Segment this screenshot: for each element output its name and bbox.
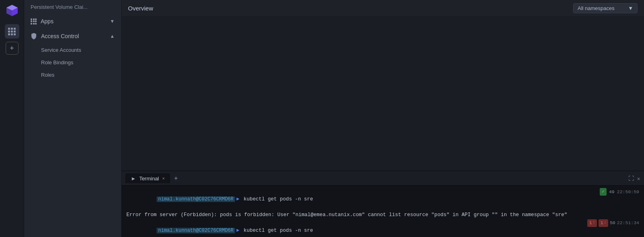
sidebar-item-apps[interactable]: Apps ▼ xyxy=(24,14,121,29)
add-cluster-button[interactable]: + xyxy=(6,42,19,55)
prompt-user-3: nimal.kunnath@C02C76CRMD6R xyxy=(157,228,235,233)
access-control-chevron-up-icon: ▲ xyxy=(110,33,115,39)
namespace-dropdown[interactable]: All namespaces ▼ xyxy=(573,3,638,13)
namespace-chevron-down-icon: ▼ xyxy=(628,5,633,11)
roles-label: Roles xyxy=(41,72,54,78)
apps-grid-icon xyxy=(31,18,37,25)
icon-rail: + xyxy=(0,0,24,237)
overview-content xyxy=(122,17,644,171)
sidebar-item-access-control[interactable]: Access Control ▲ xyxy=(24,29,121,44)
prompt-arrow-1: ► xyxy=(236,196,239,202)
prompt-user-1: nimal.kunnath@C02C76CRMD6R xyxy=(157,196,235,202)
terminal-collapse-icon[interactable]: ⨉ xyxy=(637,176,640,181)
cmd-3: kubectl get pods -n sre xyxy=(241,228,313,233)
terminal-expand-icon[interactable]: ⛶ xyxy=(628,175,634,182)
terminal-line-1: nimal.kunnath@C02C76CRMD6R► kubectl get … xyxy=(126,188,639,211)
timestamp-3: 22:51:34 xyxy=(617,219,639,227)
timestamp-1: 22:50:59 xyxy=(617,188,639,196)
terminal-controls: ⛶ ⨉ xyxy=(628,175,640,182)
apps-chevron-down-icon: ▼ xyxy=(110,18,115,24)
top-bar: Overview All namespaces ▼ xyxy=(122,0,644,17)
main-content: Overview All namespaces ▼ ► Terminal × +… xyxy=(122,0,644,237)
terminal-tab[interactable]: ► Terminal × xyxy=(126,174,170,183)
access-control-label: Access Control xyxy=(41,33,110,39)
status-check-1: ✓ xyxy=(600,188,607,196)
cmd-1: kubectl get pods -n sre xyxy=(241,196,313,202)
shield-icon xyxy=(31,33,37,40)
error-text-1: Error from server (Forbidden): pods is f… xyxy=(126,211,567,219)
prompt-arrow-3: ► xyxy=(236,228,239,233)
app-logo[interactable] xyxy=(5,3,19,18)
service-accounts-label: Service Accounts xyxy=(41,47,81,53)
status-count-1: 49 xyxy=(609,188,615,196)
sidebar: Persistent Volume Clai... Apps ▼ Access … xyxy=(24,0,122,237)
status-count-3: 50 xyxy=(610,219,615,227)
sidebar-item-role-bindings[interactable]: Role Bindings xyxy=(24,56,121,69)
terminal-icon: ► xyxy=(131,176,136,182)
sidebar-item-service-accounts[interactable]: Service Accounts xyxy=(24,44,121,56)
page-title: Overview xyxy=(128,5,573,12)
apps-nav-icon[interactable] xyxy=(5,24,19,39)
terminal-tab-label: Terminal xyxy=(139,176,159,182)
terminal-line-3: nimal.kunnath@C02C76CRMD6R► kubectl get … xyxy=(126,219,639,237)
terminal-line-2: Error from server (Forbidden): pods is f… xyxy=(126,211,639,219)
sidebar-item-persistent-volume[interactable]: Persistent Volume Clai... xyxy=(24,0,121,14)
terminal-add-tab-button[interactable]: + xyxy=(171,174,180,183)
status-err-3b: 1 ↓ xyxy=(599,219,608,227)
sidebar-item-roles[interactable]: Roles xyxy=(24,69,121,81)
namespace-value: All namespaces xyxy=(578,5,615,11)
terminal-tab-bar: ► Terminal × + ⛶ ⨉ xyxy=(122,171,644,186)
terminal-panel: ► Terminal × + ⛶ ⨉ nimal.kunnath@C02C76C… xyxy=(122,171,644,237)
terminal-close-button[interactable]: × xyxy=(162,176,165,181)
role-bindings-label: Role Bindings xyxy=(41,59,73,65)
status-err-3a: 1 ↑ xyxy=(587,219,597,227)
apps-label: Apps xyxy=(41,18,110,25)
terminal-body[interactable]: nimal.kunnath@C02C76CRMD6R► kubectl get … xyxy=(122,186,644,237)
plus-icon: + xyxy=(10,44,14,53)
